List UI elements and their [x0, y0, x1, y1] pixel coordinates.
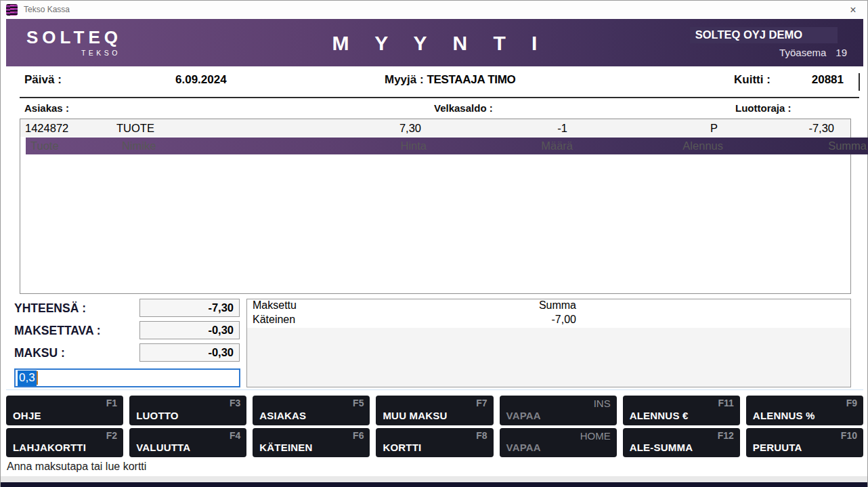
app-logo-icon — [6, 4, 18, 16]
function-key-grid: F1 OHJE F3 LUOTTO F5 ASIAKAS F7 MUU MAKS… — [6, 396, 863, 457]
fkey-alennus-pct-hint: F9 — [846, 398, 857, 408]
fkey-valuutta-label: VALUUTTA — [136, 442, 190, 453]
fkey-asiakas-label: ASIAKAS — [259, 410, 306, 421]
fkey-ale-summa-label: ALE-SUMMA — [630, 442, 693, 453]
fkey-ale-summa-hint: F12 — [718, 430, 734, 441]
fkey-valuutta-hint: F4 — [230, 430, 240, 441]
header-divider — [20, 97, 859, 98]
fkey-luotto-label: LUOTTO — [136, 410, 179, 421]
payments-header-row: Maksettu Summa — [247, 299, 850, 314]
total-label: YHTEENSÄ : — [14, 301, 86, 316]
fkey-muu-maksu-hint: F7 — [476, 398, 487, 408]
cell-price: 7,30 — [320, 122, 421, 135]
fkey-lahjakortti-hint: F2 — [106, 430, 117, 441]
fkey-vapaa-ins-hint: INS — [594, 398, 611, 409]
fkey-kateinen-button[interactable]: F6 KÄTEINEN — [253, 428, 370, 458]
fkey-kateinen-hint: F6 — [353, 430, 364, 441]
fkey-peruuta-label: PERUUTA — [753, 442, 802, 453]
payment-row: Käteinen -7,00 — [247, 314, 850, 328]
fkey-ohje-button[interactable]: F1 OHJE — [6, 396, 123, 425]
items-table: Tuote Nimike Hinta Määrä Alennus Summa 1… — [20, 119, 851, 294]
seller-label: Myyjä : — [385, 73, 424, 86]
fkey-luotto-hint: F3 — [230, 398, 240, 408]
fkey-kateinen-label: KÄTEINEN — [259, 442, 312, 453]
date-label: Päivä : — [24, 73, 62, 87]
col-header-price: Hinta — [325, 140, 427, 152]
payment-label: MAKSU : — [14, 346, 65, 360]
items-table-header: Tuote Nimike Hinta Määrä Alennus Summa — [26, 137, 868, 154]
cell-quantity: -1 — [421, 122, 567, 135]
col-header-product: Tuote — [26, 140, 122, 152]
fkey-kortti-button[interactable]: F8 KORTTI — [376, 428, 493, 458]
receipt-info-row: Päivä : 6.09.2024 Myyjä : TESTAAJA TIMO … — [1, 73, 867, 93]
cell-sum: -7,30 — [718, 122, 850, 135]
fkey-peruuta-button[interactable]: F10 PERUUTA — [746, 428, 863, 458]
title-bar: Tekso Kassa × — [1, 1, 867, 19]
workstation-number: 19 — [836, 47, 847, 58]
fkey-vapaa-home-button: HOME VAPAA — [500, 428, 617, 458]
fkey-luotto-button[interactable]: F3 LUOTTO — [129, 396, 246, 425]
fkey-asiakas-hint: F5 — [353, 398, 364, 408]
screen-header: SOLTEQ TEKSO M Y Y N T I SOLTEQ OYJ DEMO… — [6, 19, 863, 66]
close-icon[interactable]: × — [846, 3, 861, 18]
fkey-vapaa-home-hint: HOME — [580, 430, 611, 442]
workstation-label: Työasema — [779, 47, 826, 58]
payment-method: Käteinen — [253, 314, 295, 325]
fkey-vapaa-home-label: VAPAA — [506, 442, 541, 453]
fkey-lahjakortti-button[interactable]: F2 LAHJAKORTTI — [6, 428, 123, 458]
fkey-peruuta-hint: F10 — [841, 430, 857, 441]
cell-product-name: TUOTE — [116, 122, 320, 135]
amount-input-selected-text: 0,3 — [18, 370, 37, 386]
payments-amount-header: Summa — [539, 299, 576, 312]
amount-input[interactable]: 0,3 — [14, 368, 240, 387]
fkey-kortti-hint: F8 — [476, 430, 487, 441]
bottom-gray-strip — [1, 476, 867, 482]
col-header-discount: Alennus — [573, 140, 723, 152]
status-message: Anna maksutapa tai lue kortti — [7, 461, 146, 473]
fkey-muu-maksu-button[interactable]: F7 MUU MAKSU — [376, 396, 493, 425]
fkey-alennus-euro-hint: F11 — [718, 398, 733, 408]
col-header-quantity: Määrä — [427, 140, 573, 152]
col-header-sum: Summa — [723, 140, 868, 152]
customer-label: Asiakas : — [24, 102, 69, 114]
fkey-kortti-label: KORTTI — [383, 442, 421, 453]
payments-panel: Maksettu Summa Käteinen -7,00 — [246, 299, 851, 387]
payment-amount: -7,00 — [552, 314, 576, 326]
status-bar: Anna maksutapa tai lue kortti — [1, 458, 867, 476]
fkey-muu-maksu-label: MUU MAKSU — [383, 410, 447, 421]
fkey-valuutta-button[interactable]: F4 VALUUTTA — [129, 428, 246, 458]
receipt-number: 20881 — [783, 73, 844, 87]
debt-balance-label: Velkasaldo : — [434, 102, 493, 114]
fkey-asiakas-button[interactable]: F5 ASIAKAS — [253, 396, 370, 425]
date-value: 6.09.2024 — [175, 73, 227, 87]
col-header-name: Nimike — [122, 140, 325, 152]
payment-amount-box: -0,30 — [139, 343, 240, 362]
window-title: Tekso Kassa — [24, 5, 70, 14]
app-window: Tekso Kassa × SOLTEQ TEKSO M Y Y N T I S… — [0, 0, 868, 487]
payments-empty-area — [247, 328, 850, 387]
receipt-field-edge — [859, 73, 860, 91]
text-caret — [37, 371, 38, 385]
workstation-info: Työasema19 — [779, 47, 847, 58]
seller-value: TESTAAJA TIMO — [427, 73, 515, 86]
credit-limit-label: Luottoraja : — [735, 102, 791, 114]
payable-label: MAKSETTAVA : — [14, 324, 101, 338]
total-amount-box: -7,30 — [139, 299, 240, 317]
fkey-ale-summa-button[interactable]: F12 ALE-SUMMA — [623, 428, 740, 458]
fkey-alennus-pct-button[interactable]: F9 ALENNUS % — [746, 396, 863, 425]
cell-discount: P — [567, 122, 718, 135]
seller-block: Myyjä : TESTAAJA TIMO — [385, 73, 516, 87]
table-row[interactable]: 1424872 TUOTE 7,30 -1 P -7,30 — [20, 119, 850, 137]
fkey-alennus-euro-button[interactable]: F11 ALENNUS € — [623, 396, 740, 425]
fkey-vapaa-ins-label: VAPAA — [506, 410, 541, 421]
fkey-alennus-euro-label: ALENNUS € — [630, 410, 689, 421]
bottom-dark-strip — [1, 482, 867, 487]
content-bottom-divider — [6, 389, 863, 390]
customer-info-row: Asiakas : Velkasaldo : Luottoraja : — [1, 102, 867, 116]
fkey-alennus-pct-label: ALENNUS % — [753, 410, 815, 421]
cell-product-code: 1424872 — [20, 122, 116, 135]
fkey-vapaa-ins-button: INS VAPAA — [500, 396, 617, 425]
fkey-lahjakortti-label: LAHJAKORTTI — [13, 442, 86, 453]
payments-method-header: Maksettu — [253, 299, 297, 311]
fkey-ohje-hint: F1 — [106, 398, 117, 408]
